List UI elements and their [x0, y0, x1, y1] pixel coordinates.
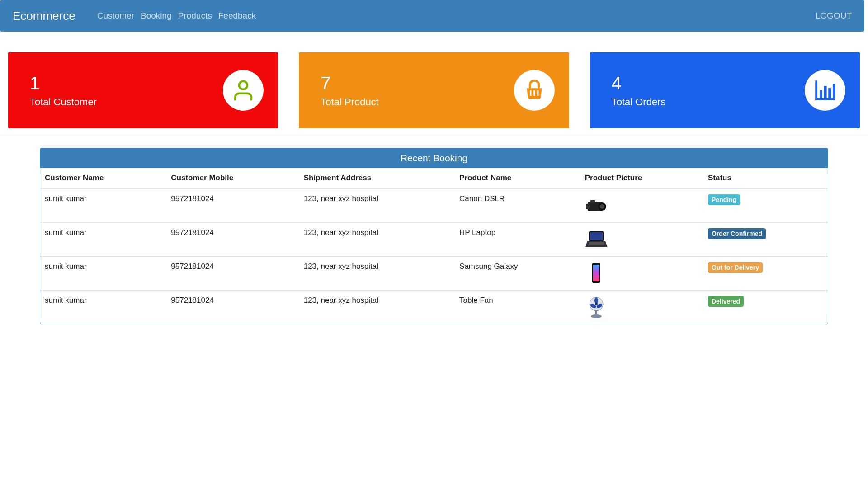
col-product-picture: Product Picture: [580, 168, 703, 188]
col-product-name: Product Name: [455, 168, 580, 188]
cell-name: sumit kumar: [40, 257, 166, 291]
status-badge: Order Confirmed: [708, 228, 766, 239]
status-badge: Pending: [708, 194, 740, 205]
svg-rect-20: [593, 265, 599, 281]
svg-rect-5: [815, 98, 835, 100]
stat-card-text: 4 Total Orders: [612, 73, 666, 108]
svg-rect-9: [833, 84, 835, 98]
cell-mobile: 9572181024: [166, 257, 299, 291]
cell-product: Table Fan: [455, 291, 580, 324]
cell-product: Samsung Galaxy: [455, 257, 580, 291]
table-row: sumit kumar9572181024123, near xyz hospi…: [40, 188, 828, 223]
svg-point-22: [594, 297, 598, 304]
svg-point-0: [239, 81, 247, 89]
cell-status: Order Confirmed: [703, 223, 828, 257]
laptop-icon: [585, 228, 608, 251]
stat-cards-row: 1 Total Customer 7 Total Product: [0, 32, 868, 136]
svg-rect-2: [533, 90, 535, 96]
svg-rect-4: [815, 80, 817, 100]
nav-link-customer[interactable]: Customer: [97, 11, 134, 21]
nav-link-feedback[interactable]: Feedback: [218, 11, 256, 21]
table-header: Customer Name Customer Mobile Shipment A…: [40, 168, 828, 188]
logout-link[interactable]: LOGOUT: [816, 11, 852, 21]
cell-mobile: 9572181024: [166, 291, 299, 324]
stat-card-orders[interactable]: 4 Total Orders: [590, 52, 860, 128]
col-shipment-address: Shipment Address: [299, 168, 455, 188]
svg-point-25: [595, 303, 598, 305]
bar-chart-icon: [805, 70, 845, 111]
svg-rect-18: [589, 242, 604, 245]
booking-section: Recent Booking Customer Name Customer Mo…: [0, 136, 868, 343]
cell-address: 123, near xyz hospital: [299, 257, 455, 291]
nav-links: Customer Booking Products Feedback: [97, 11, 256, 21]
col-customer-name: Customer Name: [40, 168, 166, 188]
cell-name: sumit kumar: [40, 291, 166, 324]
nav-link-products[interactable]: Products: [178, 11, 212, 21]
svg-rect-8: [828, 88, 831, 98]
table-body: sumit kumar9572181024123, near xyz hospi…: [40, 188, 828, 324]
cell-address: 123, near xyz hospital: [299, 188, 455, 223]
basket-icon: [514, 70, 555, 111]
stat-label: Total Product: [321, 96, 378, 108]
cell-status: Out for Delivery: [703, 257, 828, 291]
svg-rect-26: [595, 310, 597, 315]
cell-mobile: 9572181024: [166, 223, 299, 257]
cell-product: HP Laptop: [455, 223, 580, 257]
navbar: Ecommerce Customer Booking Products Feed…: [0, 0, 864, 32]
col-customer-mobile: Customer Mobile: [166, 168, 299, 188]
cell-name: sumit kumar: [40, 188, 166, 223]
cell-status: Pending: [703, 188, 828, 223]
fan-icon: [585, 296, 608, 319]
svg-rect-3: [537, 90, 538, 96]
svg-rect-1: [530, 90, 531, 96]
stat-count: 1: [30, 73, 97, 94]
svg-rect-7: [824, 86, 827, 98]
nav-link-booking[interactable]: Booking: [141, 11, 172, 21]
svg-point-27: [591, 314, 602, 318]
booking-title: Recent Booking: [40, 148, 828, 168]
stat-count: 4: [612, 73, 666, 94]
cell-picture: [580, 291, 703, 324]
stat-card-text: 1 Total Customer: [30, 73, 97, 108]
stat-count: 7: [321, 73, 378, 94]
booking-table: Customer Name Customer Mobile Shipment A…: [40, 168, 828, 324]
booking-card: Recent Booking Customer Name Customer Mo…: [40, 148, 828, 324]
cell-address: 123, near xyz hospital: [299, 291, 455, 324]
user-icon: [223, 70, 264, 111]
table-row: sumit kumar9572181024123, near xyz hospi…: [40, 223, 828, 257]
cell-name: sumit kumar: [40, 223, 166, 257]
cell-picture: [580, 257, 703, 291]
stat-label: Total Orders: [612, 96, 666, 108]
status-badge: Delivered: [708, 296, 744, 307]
brand-title: Ecommerce: [13, 9, 75, 23]
svg-point-13: [600, 204, 604, 209]
cell-picture: [580, 188, 703, 223]
stat-card-text: 7 Total Product: [321, 73, 378, 108]
stat-label: Total Customer: [30, 96, 97, 108]
svg-rect-11: [586, 204, 590, 209]
col-status: Status: [703, 168, 828, 188]
svg-rect-16: [590, 232, 603, 240]
camera-icon: [585, 194, 608, 217]
cell-address: 123, near xyz hospital: [299, 223, 455, 257]
cell-product: Canon DSLR: [455, 188, 580, 223]
cell-picture: [580, 223, 703, 257]
table-row: sumit kumar9572181024123, near xyz hospi…: [40, 291, 828, 324]
svg-rect-14: [590, 200, 595, 203]
status-badge: Out for Delivery: [708, 262, 763, 273]
stat-card-product[interactable]: 7 Total Product: [299, 52, 569, 128]
cell-mobile: 9572181024: [166, 188, 299, 223]
svg-rect-6: [820, 90, 822, 98]
table-row: sumit kumar9572181024123, near xyz hospi…: [40, 257, 828, 291]
phone-icon: [585, 262, 608, 285]
stat-card-customer[interactable]: 1 Total Customer: [8, 52, 278, 128]
cell-status: Delivered: [703, 291, 828, 324]
